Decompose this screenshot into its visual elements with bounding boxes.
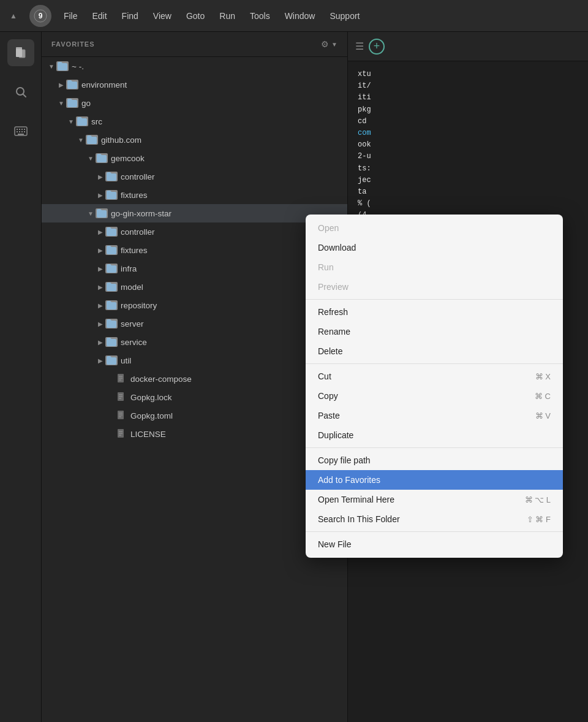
tree-label-repository: repository [121, 301, 157, 310]
folder-icon-github [86, 135, 98, 145]
file-icon-gopkg-toml [115, 411, 127, 420]
arrow-repository: ▶ [96, 302, 105, 309]
tree-label-gemcook-fixtures: fixtures [121, 191, 148, 200]
ctx-divider-3 [306, 447, 563, 448]
tree-item-gemcook-fixtures[interactable]: ▶ fixtures [42, 186, 347, 204]
tree-item-go-gin-xorm[interactable]: ▼ go-gin-xorm-star [42, 204, 347, 222]
tree-item-fixtures[interactable]: ▶ fixtures [42, 241, 347, 259]
ctx-search-folder-label: Search In This Folder [318, 514, 400, 524]
tree-label-docker-compose: docker-compose [130, 374, 192, 384]
tree-item-gopkg-lock[interactable]: ▶ Gopkg.lock [42, 388, 347, 406]
tree-label-gemcook-controller: controller [121, 172, 155, 181]
menu-file[interactable]: File [64, 11, 78, 21]
titlebar: ▲ 9 File Edit Find View Goto Run Tools W… [0, 0, 588, 32]
icon-bar-keyboard[interactable] [7, 118, 34, 145]
terminal-line: iti [358, 92, 578, 104]
gear-dropdown-icon: ▼ [331, 41, 337, 48]
menu-view[interactable]: View [153, 11, 172, 21]
arrow-github: ▼ [76, 137, 86, 143]
tree-label-fixtures: fixtures [121, 246, 148, 255]
folder-icon-service [105, 337, 118, 347]
gear-icon: ⚙ [321, 39, 329, 49]
tree-item-util[interactable]: ▶ util [42, 351, 347, 370]
menu-support[interactable]: Support [330, 11, 360, 21]
menu-tools[interactable]: Tools [250, 11, 270, 21]
tree-item-gopkg-toml[interactable]: ▶ Gopkg.toml [42, 406, 347, 425]
tree-item-license[interactable]: ▶ LICENSE [42, 425, 347, 443]
terminal-line: ta [358, 186, 578, 198]
menu-goto[interactable]: Goto [186, 11, 205, 21]
tree-item-go[interactable]: ▼ go [42, 94, 347, 112]
terminal-line: jec [358, 175, 578, 186]
svg-rect-11 [24, 129, 25, 130]
tree-item-docker-compose[interactable]: ▶ docker-compose [42, 370, 347, 388]
window-arrow[interactable]: ▲ [10, 12, 17, 20]
ctx-delete[interactable]: Delete [306, 341, 563, 361]
ctx-download[interactable]: Download [306, 238, 563, 257]
ctx-rename-label: Rename [318, 327, 350, 336]
folder-icon-infra [105, 264, 118, 273]
ctx-duplicate[interactable]: Duplicate [306, 425, 563, 445]
ctx-search-folder[interactable]: Search In This Folder ⇧ ⌘ F [306, 509, 563, 529]
ctx-copy-file-path[interactable]: Copy file path [306, 450, 563, 470]
terminal-line: pkg [358, 104, 578, 116]
tree-label-environment: environment [81, 80, 127, 89]
new-tab-button[interactable]: + [369, 39, 385, 55]
file-icon-gopkg-lock [115, 392, 127, 402]
tree-item-infra[interactable]: ▶ infra [42, 259, 347, 278]
tree-item-service[interactable]: ▶ service [42, 333, 347, 351]
tree-item-gemcook-controller[interactable]: ▶ controller [42, 167, 347, 186]
tree-item-server[interactable]: ▶ server [42, 314, 347, 333]
ctx-paste-shortcut: ⌘ V [535, 411, 551, 420]
svg-rect-4 [16, 49, 22, 57]
terminal-line: xtu [358, 69, 578, 80]
ctx-refresh-label: Refresh [318, 307, 348, 317]
icon-bar-files[interactable] [7, 39, 34, 66]
tree-label-go: go [81, 99, 91, 108]
menu-window[interactable]: Window [285, 11, 315, 21]
ctx-divider-1 [306, 299, 563, 300]
tree-item-repository[interactable]: ▶ repository [42, 296, 347, 314]
ctx-rename[interactable]: Rename [306, 322, 563, 341]
ctx-copy[interactable]: Copy ⌘ C [306, 386, 563, 406]
menu-find[interactable]: Find [122, 11, 138, 21]
tree-item-src[interactable]: ▼ src [42, 112, 347, 131]
ctx-refresh[interactable]: Refresh [306, 302, 563, 322]
tab-bar: ☰ + [348, 32, 588, 61]
ctx-open-terminal[interactable]: Open Terminal Here ⌘ ⌥ L [306, 490, 563, 509]
tree-item-home[interactable]: ▼ ~ -. [42, 57, 347, 75]
ctx-run[interactable]: Run [306, 257, 563, 277]
menu-bar: File Edit Find View Goto Run Tools Windo… [64, 11, 578, 21]
tree-item-gemcook[interactable]: ▼ gemcook [42, 149, 347, 167]
tree-label-gopkg-lock: Gopkg.lock [130, 393, 172, 402]
tree-item-model[interactable]: ▶ model [42, 278, 347, 296]
menu-edit[interactable]: Edit [92, 11, 107, 21]
tree-item-environment[interactable]: ▶ environment [42, 75, 347, 94]
tree-item-controller[interactable]: ▶ controller [42, 222, 347, 241]
icon-bar [0, 32, 42, 722]
folder-icon-util [105, 355, 118, 365]
folder-icon-go-gin-xorm [96, 208, 108, 218]
ctx-preview[interactable]: Preview [306, 277, 563, 297]
sidebar-gear-button[interactable]: ⚙ ▼ [321, 39, 337, 49]
ctx-new-file[interactable]: New File [306, 534, 563, 554]
ctx-delete-label: Delete [318, 346, 342, 356]
plus-icon: + [374, 40, 380, 53]
ctx-add-favorites-label: Add to Favorites [318, 475, 380, 485]
tree-label-infra: infra [121, 264, 137, 273]
ctx-duplicate-label: Duplicate [318, 430, 353, 440]
arrow-environment: ▶ [56, 82, 66, 88]
tree-label-service: service [121, 338, 147, 347]
ctx-paste[interactable]: Paste ⌘ V [306, 406, 563, 425]
menu-run[interactable]: Run [219, 11, 235, 21]
ctx-open[interactable]: Open [306, 218, 563, 238]
icon-bar-search[interactable] [7, 78, 34, 105]
ctx-cut[interactable]: Cut ⌘ X [306, 367, 563, 386]
svg-point-5 [17, 88, 24, 95]
arrow-src: ▼ [66, 118, 76, 125]
terminal-line: ts: [358, 163, 578, 175]
svg-rect-16 [18, 134, 24, 135]
ctx-add-favorites[interactable]: Add to Favorites [306, 470, 563, 490]
tree-item-github[interactable]: ▼ github.com [42, 131, 347, 149]
tab-hamburger-icon[interactable]: ☰ [355, 40, 364, 52]
